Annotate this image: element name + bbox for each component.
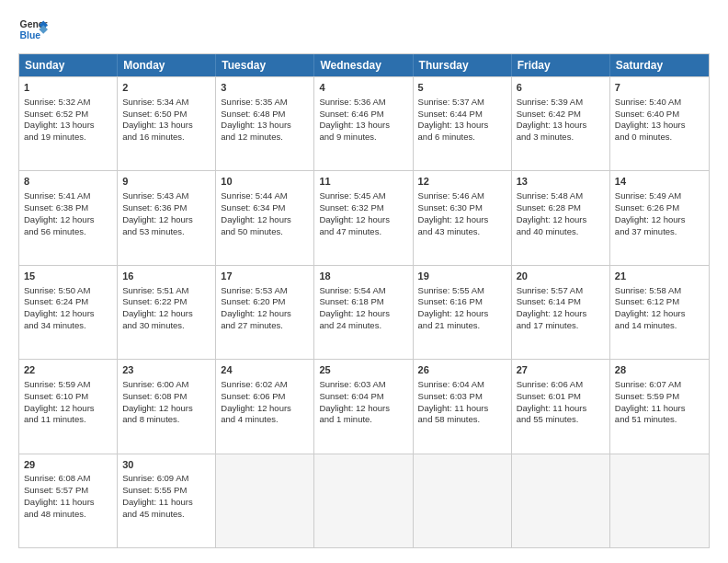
day-number: 10 — [221, 175, 309, 189]
day-info-line: Daylight: 12 hours — [122, 403, 210, 415]
day-info-line: Daylight: 12 hours — [517, 308, 605, 320]
day-info-line: Daylight: 12 hours — [24, 403, 112, 415]
day-info-line: Sunset: 6:32 PM — [319, 202, 407, 214]
day-info-line: Sunset: 5:59 PM — [615, 391, 704, 403]
day-number: 1 — [24, 81, 112, 95]
header-day-wednesday: Wednesday — [314, 54, 413, 76]
day-cell-21: 21Sunrise: 5:58 AMSunset: 6:12 PMDayligh… — [610, 266, 709, 359]
day-number: 30 — [122, 458, 210, 472]
day-number: 29 — [24, 458, 112, 472]
day-info-line: and 11 minutes. — [24, 414, 112, 426]
day-cell-14: 14Sunrise: 5:49 AMSunset: 6:26 PMDayligh… — [610, 171, 709, 264]
day-info-line: and 58 minutes. — [418, 414, 506, 426]
day-number: 2 — [122, 81, 210, 95]
day-info-line: and 27 minutes. — [221, 320, 309, 332]
day-number: 26 — [418, 363, 506, 377]
day-cell-19: 19Sunrise: 5:55 AMSunset: 6:16 PMDayligh… — [414, 266, 512, 359]
day-cell-6: 6Sunrise: 5:39 AMSunset: 6:42 PMDaylight… — [512, 77, 610, 170]
day-cell-13: 13Sunrise: 5:48 AMSunset: 6:28 PMDayligh… — [512, 171, 610, 264]
day-info-line: Daylight: 12 hours — [319, 308, 407, 320]
day-info-line: Sunrise: 6:00 AM — [122, 379, 210, 391]
calendar-header: SundayMondayTuesdayWednesdayThursdayFrid… — [19, 54, 709, 76]
day-info-line: Sunrise: 6:07 AM — [615, 379, 704, 391]
day-info-line: and 12 minutes. — [221, 132, 309, 144]
day-info-line: Daylight: 13 hours — [517, 120, 605, 132]
empty-cell — [216, 454, 314, 547]
day-info-line: Sunset: 6:03 PM — [418, 391, 506, 403]
day-info-line: Sunset: 6:20 PM — [221, 296, 309, 308]
svg-text:Blue: Blue — [20, 30, 41, 40]
day-info-line: and 21 minutes. — [418, 320, 506, 332]
day-info-line: and 19 minutes. — [24, 132, 112, 144]
day-info-line: Sunset: 6:24 PM — [24, 296, 112, 308]
day-info-line: Daylight: 11 hours — [418, 403, 506, 415]
day-number: 6 — [517, 81, 605, 95]
day-info-line: Daylight: 13 hours — [319, 120, 407, 132]
header-day-friday: Friday — [512, 54, 610, 76]
empty-cell — [512, 454, 610, 547]
day-info-line: Daylight: 13 hours — [615, 120, 704, 132]
day-info-line: Sunset: 6:44 PM — [418, 109, 506, 121]
day-number: 22 — [24, 363, 112, 377]
day-info-line: Daylight: 11 hours — [122, 497, 210, 509]
day-info-line: and 40 minutes. — [517, 226, 605, 238]
day-number: 8 — [24, 175, 112, 189]
day-info-line: and 50 minutes. — [221, 226, 309, 238]
calendar-row-3: 22Sunrise: 5:59 AMSunset: 6:10 PMDayligh… — [19, 359, 709, 453]
day-info-line: Sunrise: 5:57 AM — [517, 285, 605, 297]
day-info-line: Sunset: 6:52 PM — [24, 109, 112, 121]
day-info-line: Sunset: 5:55 PM — [122, 485, 210, 497]
day-info-line: Sunset: 6:08 PM — [122, 391, 210, 403]
day-number: 12 — [418, 175, 506, 189]
day-cell-22: 22Sunrise: 5:59 AMSunset: 6:10 PMDayligh… — [19, 360, 118, 453]
day-info-line: Sunrise: 6:09 AM — [122, 473, 210, 485]
header-day-monday: Monday — [118, 54, 216, 76]
calendar-row-4: 29Sunrise: 6:08 AMSunset: 5:57 PMDayligh… — [19, 454, 709, 547]
day-cell-9: 9Sunrise: 5:43 AMSunset: 6:36 PMDaylight… — [118, 171, 216, 264]
day-info-line: Daylight: 13 hours — [418, 120, 506, 132]
day-info-line: Sunset: 6:38 PM — [24, 202, 112, 214]
day-info-line: and 48 minutes. — [24, 509, 112, 521]
day-info-line: and 8 minutes. — [122, 414, 210, 426]
day-cell-25: 25Sunrise: 6:03 AMSunset: 6:04 PMDayligh… — [314, 360, 413, 453]
day-number: 11 — [319, 175, 407, 189]
day-info-line: Sunrise: 5:43 AM — [122, 190, 210, 202]
empty-cell — [610, 454, 709, 547]
day-info-line: Sunrise: 5:49 AM — [615, 190, 704, 202]
day-cell-16: 16Sunrise: 5:51 AMSunset: 6:22 PMDayligh… — [118, 266, 216, 359]
day-info-line: Sunrise: 5:53 AM — [221, 285, 309, 297]
day-cell-3: 3Sunrise: 5:35 AMSunset: 6:48 PMDaylight… — [216, 77, 314, 170]
day-info-line: and 14 minutes. — [615, 320, 704, 332]
day-info-line: Sunrise: 5:37 AM — [418, 97, 506, 109]
empty-cell — [314, 454, 413, 547]
day-info-line: Sunset: 6:16 PM — [418, 296, 506, 308]
day-cell-30: 30Sunrise: 6:09 AMSunset: 5:55 PMDayligh… — [118, 454, 216, 547]
header: General Blue — [18, 15, 710, 44]
day-info-line: Sunrise: 5:36 AM — [319, 97, 407, 109]
logo-icon: General Blue — [18, 15, 48, 44]
day-cell-18: 18Sunrise: 5:54 AMSunset: 6:18 PMDayligh… — [314, 266, 413, 359]
day-number: 9 — [122, 175, 210, 189]
day-info-line: and 53 minutes. — [122, 226, 210, 238]
day-info-line: Sunset: 6:14 PM — [517, 296, 605, 308]
day-info-line: and 9 minutes. — [319, 132, 407, 144]
day-cell-24: 24Sunrise: 6:02 AMSunset: 6:06 PMDayligh… — [216, 360, 314, 453]
day-info-line: Sunset: 6:10 PM — [24, 391, 112, 403]
day-info-line: Daylight: 12 hours — [221, 403, 309, 415]
day-info-line: Daylight: 12 hours — [517, 214, 605, 226]
day-number: 19 — [418, 270, 506, 283]
day-info-line: Sunrise: 6:04 AM — [418, 379, 506, 391]
day-info-line: Sunset: 6:36 PM — [122, 202, 210, 214]
day-info-line: Sunset: 6:48 PM — [221, 109, 309, 121]
day-info-line: Sunset: 6:28 PM — [517, 202, 605, 214]
day-cell-26: 26Sunrise: 6:04 AMSunset: 6:03 PMDayligh… — [414, 360, 512, 453]
day-info-line: Daylight: 11 hours — [615, 403, 704, 415]
day-cell-8: 8Sunrise: 5:41 AMSunset: 6:38 PMDaylight… — [19, 171, 118, 264]
day-info-line: Sunset: 6:42 PM — [517, 109, 605, 121]
day-number: 25 — [319, 363, 407, 377]
day-info-line: Daylight: 13 hours — [122, 120, 210, 132]
day-info-line: Daylight: 12 hours — [122, 308, 210, 320]
day-info-line: Sunrise: 6:02 AM — [221, 379, 309, 391]
day-cell-12: 12Sunrise: 5:46 AMSunset: 6:30 PMDayligh… — [414, 171, 512, 264]
day-info-line: and 45 minutes. — [122, 509, 210, 521]
